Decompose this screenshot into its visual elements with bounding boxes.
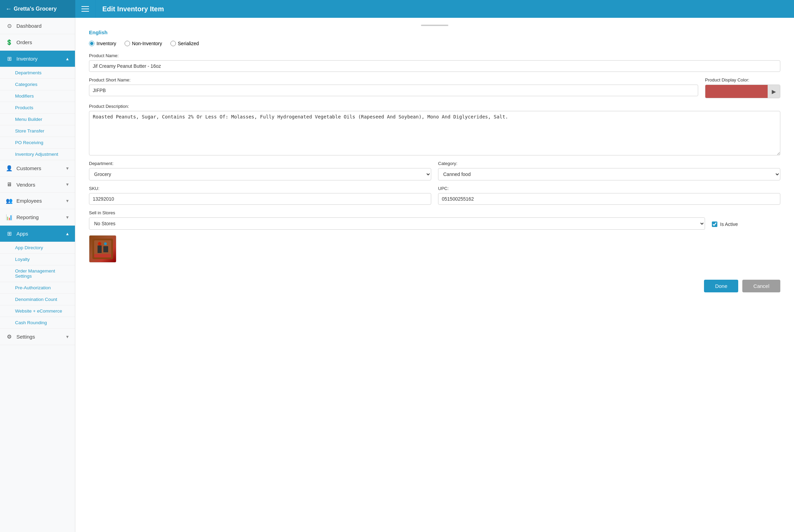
short-name-color-row: Product Short Name: Product Display Colo… bbox=[89, 77, 780, 98]
done-button[interactable]: Done bbox=[704, 280, 738, 292]
upc-group: UPC: bbox=[438, 186, 780, 205]
radio-inventory-input[interactable] bbox=[89, 41, 94, 46]
color-picker-field[interactable]: ▶ bbox=[705, 85, 780, 98]
sidebar-sub-website-ecommerce[interactable]: Website + eCommerce bbox=[0, 305, 75, 317]
sidebar-item-reporting[interactable]: 📊 Reporting ▼ bbox=[0, 209, 75, 226]
chevron-up-icon: ▲ bbox=[65, 231, 69, 236]
radio-serialized[interactable]: Serialized bbox=[170, 41, 199, 46]
short-name-group: Product Short Name: bbox=[89, 77, 698, 98]
radio-non-inventory-input[interactable] bbox=[125, 41, 130, 46]
sku-group: SKU: bbox=[89, 186, 431, 205]
stores-active-row: Sell in Stores No Stores All Stores Stor… bbox=[89, 210, 780, 230]
sidebar-item-settings[interactable]: ⚙ Settings ▼ bbox=[0, 329, 75, 345]
sidebar-sub-categories[interactable]: Categories bbox=[0, 79, 75, 90]
sidebar-sub-order-management[interactable]: Order Management Settings bbox=[0, 265, 75, 282]
sidebar-sub-products[interactable]: Products bbox=[0, 102, 75, 114]
sidebar-label-reporting: Reporting bbox=[16, 214, 39, 220]
employees-icon: 👥 bbox=[5, 198, 13, 204]
action-buttons: Done Cancel bbox=[89, 273, 780, 292]
svg-rect-3 bbox=[103, 246, 108, 252]
sidebar-item-dashboard[interactable]: ⊙ Dashboard bbox=[0, 18, 75, 34]
sidebar-item-apps[interactable]: ⊞ Apps ▲ bbox=[0, 226, 75, 242]
short-name-label: Product Short Name: bbox=[89, 77, 698, 83]
language-label: English bbox=[89, 29, 780, 35]
category-select[interactable]: Canned food Snacks Beverages Frozen bbox=[438, 168, 780, 180]
inventory-icon: ⊞ bbox=[5, 55, 13, 62]
reporting-icon: 📊 bbox=[5, 214, 13, 220]
sell-stores-select[interactable]: No Stores All Stores Store 1 bbox=[89, 217, 705, 230]
svg-point-4 bbox=[98, 242, 101, 245]
sidebar-label-apps: Apps bbox=[16, 231, 28, 237]
is-active-group: Is Active bbox=[712, 221, 780, 230]
sidebar-item-customers[interactable]: 👤 Customers ▼ bbox=[0, 160, 75, 177]
product-name-input[interactable] bbox=[89, 60, 780, 72]
cancel-button[interactable]: Cancel bbox=[742, 280, 780, 292]
hamburger-button[interactable] bbox=[75, 0, 95, 18]
sidebar-item-employees[interactable]: 👥 Employees ▼ bbox=[0, 193, 75, 209]
is-active-label: Is Active bbox=[720, 221, 738, 227]
svg-rect-6 bbox=[94, 254, 111, 257]
radio-serialized-input[interactable] bbox=[170, 41, 176, 46]
is-active-checkbox[interactable] bbox=[712, 221, 717, 227]
department-group: Department: Grocery Produce Dairy Bakery bbox=[89, 161, 431, 180]
sidebar-sub-cash-rounding[interactable]: Cash Rounding bbox=[0, 317, 75, 329]
is-active-checkbox-row: Is Active bbox=[712, 221, 780, 227]
color-swatch bbox=[705, 85, 768, 98]
sidebar: ⊙ Dashboard 💲 Orders ⊞ Inventory ▲ Depar… bbox=[0, 18, 75, 532]
chevron-down-icon: ▼ bbox=[65, 182, 69, 187]
sidebar-item-vendors[interactable]: 🖥 Vendors ▼ bbox=[0, 177, 75, 193]
sell-stores-group: Sell in Stores No Stores All Stores Stor… bbox=[89, 210, 705, 230]
radio-non-inventory[interactable]: Non-Inventory bbox=[125, 41, 162, 46]
chevron-down-icon: ▼ bbox=[65, 215, 69, 220]
sidebar-label-employees: Employees bbox=[16, 198, 42, 204]
radio-serialized-label: Serialized bbox=[178, 41, 199, 46]
hamburger-line2 bbox=[81, 9, 89, 9]
color-picker-button[interactable]: ▶ bbox=[768, 85, 780, 98]
sidebar-item-inventory[interactable]: ⊞ Inventory ▲ bbox=[0, 51, 75, 67]
radio-inventory[interactable]: Inventory bbox=[89, 41, 116, 46]
category-label: Category: bbox=[438, 161, 780, 166]
hamburger-line1 bbox=[81, 6, 89, 7]
product-name-label: Product Name: bbox=[89, 53, 780, 58]
main-layout: ⊙ Dashboard 💲 Orders ⊞ Inventory ▲ Depar… bbox=[0, 18, 794, 532]
sidebar-label-settings: Settings bbox=[16, 334, 35, 340]
chevron-up-icon: ▲ bbox=[65, 56, 69, 61]
product-image-inner bbox=[89, 236, 116, 262]
sidebar-item-orders[interactable]: 💲 Orders bbox=[0, 34, 75, 51]
content-area: English Inventory Non-Inventory Serializ… bbox=[75, 18, 794, 532]
sidebar-sub-departments[interactable]: Departments bbox=[0, 67, 75, 79]
description-label: Product Description: bbox=[89, 104, 780, 109]
radio-non-inventory-label: Non-Inventory bbox=[132, 41, 162, 46]
sidebar-sub-app-directory[interactable]: App Directory bbox=[0, 242, 75, 254]
description-input[interactable]: Roasted Peanuts, Sugar, Contains 2% Or L… bbox=[89, 111, 780, 155]
settings-icon: ⚙ bbox=[5, 333, 13, 340]
product-image[interactable] bbox=[89, 235, 116, 263]
sku-input[interactable] bbox=[89, 193, 431, 205]
sidebar-sub-denomination-count[interactable]: Denomination Count bbox=[0, 294, 75, 305]
sidebar-label-inventory: Inventory bbox=[16, 56, 38, 62]
scroll-hint bbox=[89, 25, 780, 26]
sidebar-sub-loyalty[interactable]: Loyalty bbox=[0, 254, 75, 265]
sidebar-sub-store-transfer[interactable]: Store Transfer bbox=[0, 125, 75, 137]
svg-point-5 bbox=[104, 242, 107, 245]
sidebar-sub-menu-builder[interactable]: Menu Builder bbox=[0, 114, 75, 125]
chevron-down-icon: ▼ bbox=[65, 166, 69, 171]
sidebar-label-dashboard: Dashboard bbox=[16, 23, 41, 29]
short-name-input[interactable] bbox=[89, 85, 698, 96]
product-name-group: Product Name: bbox=[89, 53, 780, 72]
svg-rect-2 bbox=[98, 245, 102, 253]
sidebar-sub-modifiers[interactable]: Modifiers bbox=[0, 90, 75, 102]
sidebar-label-vendors: Vendors bbox=[16, 182, 35, 188]
customers-icon: 👤 bbox=[5, 165, 13, 172]
department-label: Department: bbox=[89, 161, 431, 166]
display-color-label: Product Display Color: bbox=[705, 77, 780, 83]
sidebar-sub-inventory-adjustment[interactable]: Inventory Adjustment bbox=[0, 149, 75, 160]
sell-stores-label: Sell in Stores bbox=[89, 210, 705, 215]
upc-input[interactable] bbox=[438, 193, 780, 205]
top-header: ← Gretta's Grocery Edit Inventory Item bbox=[0, 0, 794, 18]
department-select[interactable]: Grocery Produce Dairy Bakery bbox=[89, 168, 431, 180]
sku-upc-row: SKU: UPC: bbox=[89, 186, 780, 205]
sidebar-sub-po-receiving[interactable]: PO Receiving bbox=[0, 137, 75, 149]
back-button[interactable]: ← Gretta's Grocery bbox=[0, 0, 75, 18]
sidebar-sub-pre-authorization[interactable]: Pre-Authorization bbox=[0, 282, 75, 294]
